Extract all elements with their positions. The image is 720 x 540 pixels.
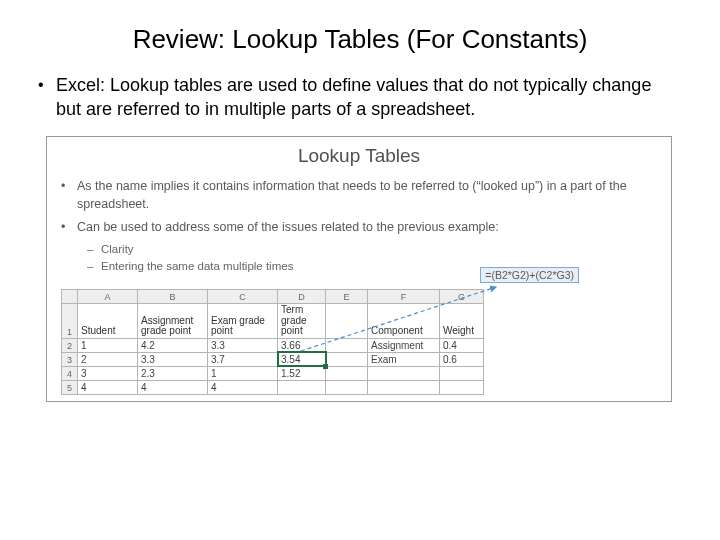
table-row: 4 3 2.3 1 1.52: [62, 366, 484, 380]
cell: Exam: [368, 352, 440, 366]
col-D: D: [278, 290, 326, 304]
cell: 1: [78, 338, 138, 352]
cell: 2: [78, 352, 138, 366]
cell: [326, 352, 368, 366]
row-1-hdr: 1: [62, 304, 78, 339]
fill-handle-icon: [323, 364, 328, 369]
cell: 4: [78, 380, 138, 394]
slide-title: Review: Lookup Tables (For Constants): [0, 0, 720, 73]
hdr-component: Component: [368, 304, 440, 339]
col-F: F: [368, 290, 440, 304]
bullet-dot: •: [61, 177, 77, 215]
row-hdr: 4: [62, 366, 78, 380]
inner-sub-1: – Clarity: [61, 241, 657, 258]
cell: 4.2: [138, 338, 208, 352]
sheet-table: A B C D E F G 1 Student Assignment grade…: [61, 289, 484, 395]
hdr-term: Term grade point: [278, 304, 326, 339]
cell: Assignment: [368, 338, 440, 352]
col-C: C: [208, 290, 278, 304]
inner-sub-1-text: Clarity: [101, 241, 134, 258]
cell: 4: [208, 380, 278, 394]
col-E: E: [326, 290, 368, 304]
selected-cell: 3.54: [278, 352, 326, 366]
cell: 4: [138, 380, 208, 394]
cell: [440, 366, 484, 380]
cell: [326, 380, 368, 394]
embedded-slide: Lookup Tables • As the name implies it c…: [46, 136, 672, 402]
col-header-row: A B C D E F G: [62, 290, 484, 304]
cell: [440, 380, 484, 394]
cell: [278, 380, 326, 394]
inner-bullet-2-text: Can be used to address some of the issue…: [77, 218, 499, 237]
table-row: 5 4 4 4: [62, 380, 484, 394]
cell: 3: [78, 366, 138, 380]
inner-sub-2-text: Entering the same data multiple times: [101, 258, 293, 275]
cell: 1.52: [278, 366, 326, 380]
inner-bullet-1: • As the name implies it contains inform…: [61, 177, 657, 215]
corner-cell: [62, 290, 78, 304]
col-A: A: [78, 290, 138, 304]
cell: 3.3: [208, 338, 278, 352]
bullet-dot: •: [38, 73, 56, 122]
row-hdr: 2: [62, 338, 78, 352]
cell: [368, 366, 440, 380]
inner-bullet-1-text: As the name implies it contains informat…: [77, 177, 657, 215]
dash-icon: –: [87, 258, 101, 275]
bullet-dot: •: [61, 218, 77, 237]
spreadsheet: A B C D E F G 1 Student Assignment grade…: [61, 289, 657, 395]
row-hdr: 3: [62, 352, 78, 366]
hdr-weight: Weight: [440, 304, 484, 339]
cell: [368, 380, 440, 394]
formula-tooltip: =(B2*G2)+(C2*G3): [480, 267, 579, 283]
hdr-exam: Exam grade point: [208, 304, 278, 339]
row-hdr: 5: [62, 380, 78, 394]
cell: 1: [208, 366, 278, 380]
inner-title: Lookup Tables: [61, 145, 657, 167]
table-row: 2 1 4.2 3.3 3.66 Assignment 0.4: [62, 338, 484, 352]
cell-value: 3.54: [281, 354, 300, 365]
cell: 0.6: [440, 352, 484, 366]
hdr-assignment: Assignment grade point: [138, 304, 208, 339]
cell: 3.7: [208, 352, 278, 366]
cell: 2.3: [138, 366, 208, 380]
cell: 3.66: [278, 338, 326, 352]
cell: 3.3: [138, 352, 208, 366]
cell: 0.4: [440, 338, 484, 352]
col-B: B: [138, 290, 208, 304]
inner-bullet-2: • Can be used to address some of the iss…: [61, 218, 657, 237]
hdr-student: Student: [78, 304, 138, 339]
body-bullet: • Excel: Lookup tables are used to defin…: [0, 73, 720, 122]
dash-icon: –: [87, 241, 101, 258]
header-row: 1 Student Assignment grade point Exam gr…: [62, 304, 484, 339]
cell: [326, 366, 368, 380]
table-row: 3 2 3.3 3.7 3.54 Exam 0.6: [62, 352, 484, 366]
hdr-e: [326, 304, 368, 339]
cell: [326, 338, 368, 352]
body-text: Excel: Lookup tables are used to define …: [56, 73, 670, 122]
col-G: G: [440, 290, 484, 304]
